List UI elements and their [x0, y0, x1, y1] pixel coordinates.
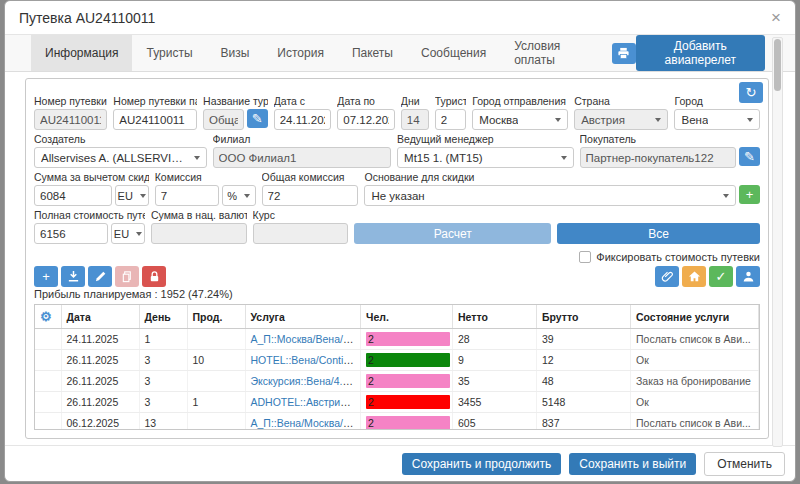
date-from-input[interactable]	[274, 109, 332, 130]
service-row[interactable]: 06.12.2025 13 А_П::Вена/Москва/АТ333, VI…	[35, 413, 759, 431]
tourist-button[interactable]	[736, 266, 760, 287]
chevron-down-icon	[747, 118, 753, 122]
service-row[interactable]: 26.11.2025 3 10 HOTEL::Вена/Continental5…	[35, 350, 759, 371]
col-status: Состояние услуги	[631, 305, 759, 329]
edit-tour-button[interactable]: ✎	[247, 109, 268, 128]
chevron-down-icon	[723, 194, 729, 198]
branch-input	[213, 147, 391, 168]
add-flight-button[interactable]: Добавить авиаперелет	[636, 35, 765, 71]
date-to-input[interactable]	[337, 109, 395, 130]
service-date: 26.11.2025	[61, 371, 139, 392]
col-gross: Брутто	[537, 305, 631, 329]
services-table: ⚙ Дата День Прод. Услуга Чел. Нетто Брут…	[34, 304, 760, 430]
pencil-icon: ✎	[252, 111, 263, 126]
currency-select[interactable]: EU	[115, 185, 149, 206]
total-commission-label: Общая комиссия	[262, 171, 359, 183]
attach-button[interactable]	[655, 266, 679, 287]
all-button[interactable]: Все	[557, 223, 760, 244]
full-cost-input[interactable]	[34, 223, 108, 244]
service-day: 3	[139, 371, 187, 392]
service-date: 06.12.2025	[61, 413, 139, 431]
tab-visas[interactable]: Визы	[207, 35, 264, 71]
service-link[interactable]: А_П::Москва/Вена/АТ111, DME-VIE1, 08:00-…	[251, 333, 361, 345]
tourists-input[interactable]	[435, 109, 466, 130]
pax-badge: 2	[366, 353, 450, 367]
partner-number-input[interactable]	[113, 109, 197, 130]
tab-messages[interactable]: Сообщения	[407, 35, 500, 71]
copy-service-button	[115, 266, 139, 287]
table-header-row: ⚙ Дата День Прод. Услуга Чел. Нетто Брут…	[35, 305, 759, 329]
table-settings-gear-icon[interactable]: ⚙	[40, 309, 52, 324]
planned-profit: Прибыль планируемая :1952(47.24%)	[34, 288, 760, 302]
discount-reason-select[interactable]: Не указан	[364, 185, 736, 206]
discount-reason-label: Основание для скидки	[364, 171, 760, 183]
add-discount-button[interactable]: +	[739, 185, 760, 204]
service-day: 13	[139, 413, 187, 431]
pencil-icon	[94, 270, 107, 283]
tab-packages[interactable]: Пакеты	[338, 35, 407, 71]
service-row[interactable]: 26.11.2025 3 Экскурсия::Вена/4. Колесо о…	[35, 371, 759, 392]
edit-service-button[interactable]	[88, 266, 112, 287]
date-to-label: Дата по	[337, 95, 395, 107]
departure-city-select[interactable]: Москва	[472, 109, 568, 130]
cancel-button[interactable]: Отменить	[704, 452, 785, 476]
calc-button[interactable]: Расчет	[354, 223, 551, 244]
scrollbar-thumb[interactable]	[774, 39, 781, 91]
service-link[interactable]: HOTEL::Вена/Continental5 Gard?rop veya d…	[251, 354, 361, 366]
fix-cost-label: Фиксировать стоимость путевки	[596, 251, 760, 263]
chevron-down-icon	[244, 194, 250, 198]
tab-payment-terms[interactable]: Условия оплаты	[500, 35, 605, 71]
pax-badge: 2	[366, 332, 450, 346]
plus-icon: +	[746, 187, 754, 202]
chevron-down-icon	[655, 118, 661, 122]
commission-input[interactable]	[155, 185, 219, 206]
full-cost-currency-select[interactable]: EU	[111, 223, 145, 244]
lock-service-button[interactable]	[142, 266, 166, 287]
manager-select[interactable]: Mt15 1. (МТ15)	[397, 147, 574, 168]
refresh-button[interactable]: ↻	[739, 82, 763, 103]
add-service-button[interactable]: +	[34, 266, 58, 287]
col-prod: Прод.	[187, 305, 245, 329]
commission-unit-select[interactable]: %	[222, 185, 256, 206]
service-link[interactable]: Экскурсия::Вена/4. Колесо обозрения/Груп…	[251, 375, 361, 387]
edit-buyer-button[interactable]: ✎	[739, 147, 760, 166]
full-cost-label: Полная стоимость путевки	[34, 209, 145, 221]
col-service: Услуга	[245, 305, 361, 329]
days-label: Дни	[401, 95, 429, 107]
vertical-scrollbar[interactable]	[772, 37, 783, 447]
service-link[interactable]: ADHOTEL::Австрия/Новогодний ужин,1 день	[251, 396, 361, 408]
country-select: Австрия	[574, 109, 668, 130]
home-button[interactable]	[682, 266, 706, 287]
fix-cost-checkbox[interactable]	[579, 251, 591, 263]
info-panel: ↻ Номер путевки Номер путевки партнера Н…	[25, 78, 769, 439]
col-net: Нетто	[453, 305, 537, 329]
service-day: 1	[139, 329, 187, 350]
service-row[interactable]: 24.11.2025 1 А_П::Москва/Вена/АТ111, DME…	[35, 329, 759, 350]
print-button[interactable]	[612, 43, 636, 64]
tab-history[interactable]: История	[263, 35, 338, 71]
national-amount-label: Сумма в нац. валюте	[151, 209, 247, 221]
city-select[interactable]: Вена	[674, 109, 760, 130]
chevron-down-icon	[194, 156, 200, 160]
rate-input	[253, 223, 349, 244]
amount-less-discount-input[interactable]	[34, 185, 112, 206]
save-continue-button[interactable]: Сохранить и продолжить	[402, 453, 561, 475]
tour-name-label: Название тура	[203, 95, 268, 107]
confirm-button[interactable]: ✓	[709, 266, 733, 287]
tabbar: Информация Туристы Визы История Пакеты С…	[5, 35, 795, 72]
tab-information[interactable]: Информация	[31, 35, 132, 71]
total-commission-input[interactable]	[262, 185, 359, 206]
close-icon[interactable]: ×	[771, 9, 781, 26]
service-link[interactable]: А_П::Вена/Москва/АТ333, VIE1-DME, 23:59-…	[251, 417, 361, 429]
save-exit-button[interactable]: Сохранить и выйти	[569, 453, 696, 475]
service-gross: 837	[537, 413, 631, 431]
tab-tourists[interactable]: Туристы	[132, 35, 206, 71]
service-gross: 5148	[537, 392, 631, 413]
download-button[interactable]	[61, 266, 85, 287]
col-date: Дата	[61, 305, 139, 329]
service-row[interactable]: 26.11.2025 3 1 ADHOTEL::Австрия/Новогодн…	[35, 392, 759, 413]
pax-badge: 2	[366, 374, 450, 388]
service-net: 3455	[453, 392, 537, 413]
person-icon	[742, 270, 755, 283]
creator-select[interactable]: Allservises A. (ALLSERVICES)	[34, 147, 207, 168]
